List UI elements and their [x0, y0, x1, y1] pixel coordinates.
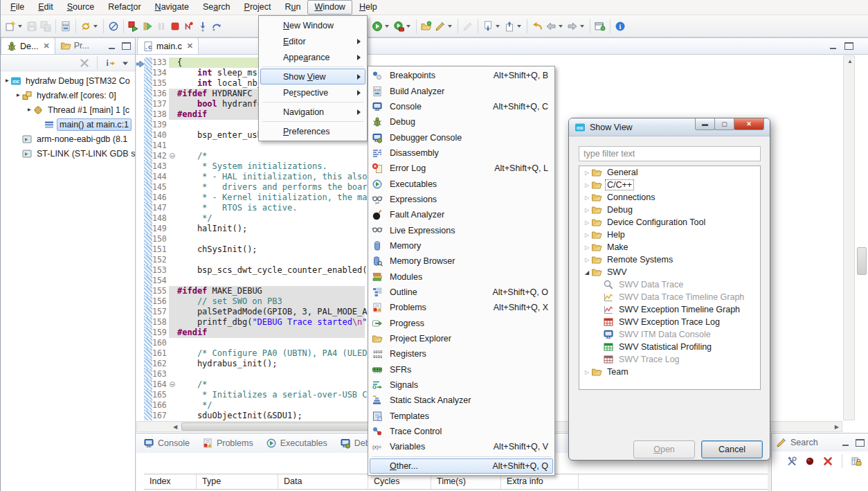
pin-editor-button[interactable] [593, 19, 607, 33]
tab-console[interactable]: Console [143, 438, 190, 449]
lock-grid-button[interactable] [849, 454, 863, 468]
column-header-time-s[interactable]: Time(s) [431, 474, 501, 489]
expander-icon[interactable]: ◢ [583, 269, 591, 276]
minimize-panel-icon[interactable] [107, 42, 116, 50]
step-over-button[interactable] [210, 19, 224, 33]
menu-item-navigation[interactable]: Navigation [260, 104, 365, 120]
close-tab-icon[interactable]: ✕ [41, 42, 49, 51]
menu-item-build-analyzer[interactable]: 010Build Analyzer [370, 83, 553, 98]
filter-input[interactable] [579, 146, 761, 161]
maximize-panel-icon[interactable] [122, 42, 131, 50]
dialog-minimize-icon[interactable]: ▬ [695, 118, 715, 130]
menu-item-perspective[interactable]: Perspective [260, 84, 365, 100]
close-tab-icon[interactable]: ✕ [185, 42, 193, 51]
view-tree-item-swv-itm-data-console[interactable]: SWV ITM Data Console [579, 328, 760, 341]
next-annotation-button[interactable] [481, 19, 503, 33]
expander-icon[interactable]: ▷ [583, 170, 591, 176]
menu-item-executables[interactable]: Executables [370, 176, 553, 191]
run-button[interactable] [370, 19, 392, 33]
tab-de[interactable]: De...✕ [1, 37, 55, 54]
menu-item-templates[interactable]: Templates [370, 409, 553, 424]
menu-run[interactable]: Run [278, 0, 307, 15]
view-tree-item-general[interactable]: ▷General [579, 166, 760, 179]
last-edit-button[interactable] [530, 19, 544, 33]
menu-item-console[interactable]: ConsoleAlt+Shift+Q, C [370, 99, 553, 114]
build-button[interactable] [79, 19, 100, 33]
dialog-titlebar[interactable]: IDE Show View ▬ ▢ ✕ [569, 118, 770, 136]
view-tree-item-connections[interactable]: ▷Connections [579, 191, 760, 204]
menu-item-breakpoints[interactable]: BreakpointsAlt+Shift+Q, B [370, 68, 553, 83]
view-tree-item-swv[interactable]: ◢SWV [579, 266, 760, 278]
expander-icon[interactable]: ▷ [583, 220, 591, 226]
view-tree-item-swv-exception-trace-log[interactable]: SWV Exception Trace Log [579, 316, 760, 328]
column-header-index[interactable]: Index [144, 474, 197, 489]
view-tree-item-swv-exception-timeline-graph[interactable]: SWV Exception Timeline Graph [579, 303, 760, 316]
expander-icon[interactable]: ▷ [583, 244, 591, 251]
debug-tree-item-arm-none-eabi-gdb-8-1[interactable]: arm-none-eabi-gdb (8.1 [1, 132, 135, 146]
view-tree-item-help[interactable]: ▷Help [579, 229, 760, 241]
save-button[interactable] [25, 19, 39, 33]
editor-vscrollbar[interactable]: ▲ [843, 55, 855, 420]
fold-collapse-icon[interactable] [170, 382, 175, 387]
menu-item-sfrs[interactable]: SFRs [370, 362, 553, 377]
wrench-button[interactable] [785, 454, 799, 468]
editor-tab-main-c[interactable]: .c main.c ✕ [137, 37, 199, 54]
view-tree-item-swv-data-trace-timeline-graph[interactable]: SWV Data Trace Timeline Graph [579, 291, 760, 303]
open-element-button[interactable] [419, 19, 433, 33]
open-button[interactable]: Open [633, 440, 695, 458]
back-button[interactable] [544, 19, 566, 33]
menu-item-signals[interactable]: Signals [370, 377, 553, 393]
search-button[interactable] [433, 19, 455, 33]
menu-item-modules[interactable]: Modules [370, 269, 553, 284]
menu-item-static-stack-analyzer[interactable]: Static Stack Analyzer [370, 393, 553, 408]
view-tree-item-device-configuration-tool[interactable]: ▷Device Configuration Tool [579, 216, 760, 229]
record-dot-button[interactable] [803, 454, 817, 468]
maximize-editor-icon[interactable] [844, 42, 853, 50]
menu-item-memory-browser[interactable]: Memory Browser [370, 253, 553, 269]
menu-window[interactable]: Window [307, 0, 352, 15]
menu-item-fault-analyzer[interactable]: Fault Analyzer [370, 207, 553, 222]
suspend-button[interactable] [154, 19, 168, 33]
view-menu-icon[interactable] [120, 57, 131, 69]
expander-icon[interactable]: ▷ [583, 182, 591, 188]
debug-tree-item-thread-1-main-1-c[interactable]: ▲Thread #1 [main] 1 [c [1, 102, 135, 117]
disconnect-button[interactable] [182, 19, 196, 33]
expander-icon[interactable]: ▷ [583, 195, 591, 201]
view-tree-item-swv-trace-log[interactable]: SWV Trace Log [579, 353, 760, 366]
expander-icon[interactable]: ▷ [583, 232, 591, 238]
menu-project[interactable]: Project [237, 0, 278, 15]
menu-item-other[interactable]: Other...Alt+Shift+Q, Q [370, 458, 553, 474]
view-tree-item-make[interactable]: ▷Make [579, 241, 760, 253]
dialog-maximize-icon[interactable]: ▢ [714, 118, 734, 130]
red-x-button[interactable] [821, 454, 835, 468]
maximize-search-icon[interactable] [856, 439, 865, 447]
menu-item-registers[interactable]: 10100101Registers [370, 346, 553, 361]
menu-item-new-window[interactable]: New Window [260, 17, 365, 33]
expander-icon[interactable]: ▲ [26, 107, 33, 114]
debug-tree-item-main-at-main-c-1[interactable]: main() at main.c:1 [1, 117, 135, 132]
tab-executables[interactable]: Executables [266, 438, 327, 449]
menu-item-project-explorer[interactable]: Project Explorer [370, 331, 553, 346]
menu-item-debug[interactable]: Debug [370, 114, 553, 130]
dialog-close-icon[interactable]: ✕ [734, 118, 764, 130]
run-config-button[interactable] [392, 19, 413, 33]
menu-item-disassembly[interactable]: Disassembly [370, 145, 553, 161]
view-tree-item-swv-data-trace[interactable]: SWV Data Trace [579, 278, 760, 291]
binary-file-button[interactable]: 010 [59, 19, 73, 33]
menu-item-variables[interactable]: (x)=VariablesAlt+Shift+Q, V [370, 439, 553, 454]
menu-edit[interactable]: Edit [31, 0, 60, 15]
column-header-type[interactable]: Type [197, 474, 278, 489]
expander-icon[interactable]: ▷ [583, 369, 591, 375]
expander-icon[interactable]: ▲ [4, 78, 10, 84]
menu-search[interactable]: Search [196, 0, 237, 15]
menu-item-progress[interactable]: Progress [370, 316, 553, 331]
fold-collapse-icon[interactable] [170, 153, 175, 159]
menu-item-editor[interactable]: Editor [260, 33, 365, 49]
menu-help[interactable]: Help [352, 0, 384, 15]
step-into-button[interactable] [196, 19, 210, 33]
info-button[interactable]: i [613, 19, 627, 33]
view-tree-item-debug[interactable]: ▷Debug [579, 204, 760, 216]
tab-pr[interactable]: Pr... [55, 37, 94, 54]
save-all-button[interactable] [39, 19, 53, 33]
menu-item-problems[interactable]: ProblemsAlt+Shift+Q, X [370, 300, 553, 315]
